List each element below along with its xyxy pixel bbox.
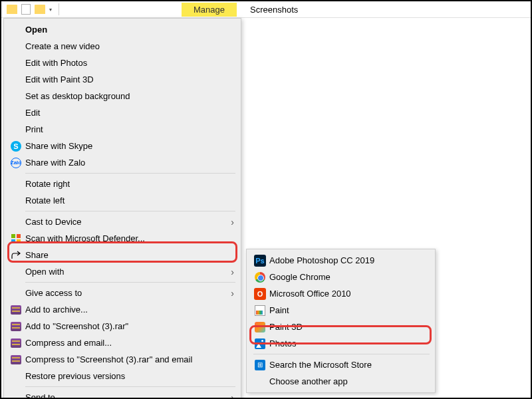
menu-rotate-left[interactable]: Rotate left	[4, 192, 241, 209]
menu-label: Create a new video	[25, 41, 234, 51]
svg-rect-3	[17, 239, 21, 243]
menu-label: Give access to	[25, 288, 231, 298]
menu-label: Photos	[269, 338, 428, 348]
menu-open[interactable]: Open	[4, 21, 241, 38]
menu-label: Open	[25, 25, 234, 35]
menu-label: Send to	[25, 392, 231, 399]
submenu-photoshop[interactable]: Ps Adobe Photoshop CC 2019	[247, 252, 435, 269]
winrar-icon	[9, 337, 23, 349]
menu-share[interactable]: Share	[4, 247, 241, 263]
menu-label: Open with	[25, 267, 231, 277]
winrar-icon	[9, 321, 23, 332]
submenu-photos[interactable]: Photos	[247, 335, 435, 352]
submenu-office[interactable]: O Microsoft Office 2010	[247, 285, 435, 302]
separator	[25, 211, 235, 211]
titlebar: ▾ Manage Screenshots	[1, 1, 531, 18]
menu-label: Restore previous versions	[25, 371, 234, 381]
submenu-search-store[interactable]: Search the Microsoft Store	[247, 356, 435, 373]
submenu-chrome[interactable]: Google Chrome	[247, 269, 435, 285]
menu-label: Search the Microsoft Store	[269, 360, 428, 370]
separator	[25, 386, 235, 387]
content-area: Open Create a new video Edit with Photos…	[1, 18, 531, 398]
document-icon[interactable]	[21, 4, 31, 15]
blank-icon	[9, 57, 23, 69]
chevron-down-icon[interactable]: ▾	[49, 7, 52, 13]
submenu-paint3d[interactable]: Paint 3D	[247, 319, 435, 335]
menu-rotate-right[interactable]: Rotate right	[4, 176, 241, 192]
menu-create-video[interactable]: Create a new video	[4, 38, 241, 55]
menu-add-archive[interactable]: Add to archive...	[4, 301, 241, 318]
menu-send-to[interactable]: Send to ›	[4, 389, 241, 399]
svg-rect-0	[11, 234, 15, 238]
skype-icon: S	[9, 140, 23, 152]
separator	[25, 173, 235, 174]
blank-icon	[9, 90, 23, 102]
menu-label: Share with Skype	[25, 141, 234, 151]
folder-icon[interactable]	[35, 5, 45, 14]
menu-label: Share	[25, 250, 234, 260]
menu-cast[interactable]: Cast to Device ›	[4, 213, 241, 230]
chevron-right-icon: ›	[231, 288, 234, 299]
submenu-choose-another[interactable]: Choose another app	[247, 373, 435, 390]
blank-icon	[9, 392, 23, 400]
zalo-icon: Zalo	[9, 157, 23, 169]
open-with-submenu: Ps Adobe Photoshop CC 2019 Google Chrome…	[246, 249, 436, 393]
separator	[253, 354, 430, 354]
menu-restore[interactable]: Restore previous versions	[4, 368, 241, 384]
blank-icon	[9, 178, 23, 190]
blank-icon	[9, 266, 23, 278]
share-icon	[9, 249, 23, 261]
menu-edit[interactable]: Edit	[4, 104, 241, 121]
menu-share-zalo[interactable]: Zalo Share with Zalo	[4, 154, 241, 171]
quick-access-toolbar: ▾	[1, 3, 62, 15]
menu-label: Edit	[25, 108, 234, 118]
menu-print[interactable]: Print	[4, 121, 241, 138]
ribbon-tab-manage[interactable]: Manage	[182, 3, 237, 17]
blank-icon	[9, 74, 23, 86]
menu-open-with[interactable]: Open with ›	[4, 263, 241, 280]
menu-label: Edit with Paint 3D	[25, 74, 234, 84]
blank-icon	[9, 195, 23, 207]
winrar-icon	[9, 354, 23, 366]
menu-give-access[interactable]: Give access to ›	[4, 285, 241, 301]
chevron-right-icon: ›	[231, 267, 234, 277]
context-menu: Open Create a new video Edit with Photos…	[3, 18, 241, 399]
winrar-icon	[9, 304, 23, 316]
menu-label: Compress to "Screenshot (3).rar" and ema…	[25, 354, 234, 364]
menu-edit-photos[interactable]: Edit with Photos	[4, 55, 241, 71]
defender-icon	[9, 233, 23, 245]
blank-icon	[9, 41, 23, 53]
svg-rect-1	[17, 234, 21, 238]
blank-icon	[9, 124, 23, 136]
blank-icon	[9, 370, 23, 382]
separator	[59, 3, 59, 15]
office-icon: O	[253, 288, 267, 300]
menu-set-background[interactable]: Set as desktop background	[4, 88, 241, 104]
menu-scan-defender[interactable]: Scan with Microsoft Defender...	[4, 230, 241, 247]
menu-compress-rar-email[interactable]: Compress to "Screenshot (3).rar" and ema…	[4, 351, 241, 368]
menu-label: Google Chrome	[269, 272, 428, 282]
svg-rect-2	[11, 239, 15, 243]
menu-label: Adobe Photoshop CC 2019	[269, 255, 428, 265]
menu-label: Microsoft Office 2010	[269, 289, 428, 299]
menu-add-rar[interactable]: Add to "Screenshot (3).rar"	[4, 318, 241, 334]
blank-icon	[9, 24, 23, 36]
chevron-right-icon: ›	[231, 392, 234, 400]
menu-label: Scan with Microsoft Defender...	[25, 233, 234, 243]
store-icon	[253, 359, 267, 371]
menu-label: Cast to Device	[25, 217, 231, 227]
submenu-paint[interactable]: Paint	[247, 302, 435, 319]
menu-label: Compress and email...	[25, 338, 234, 348]
menu-label: Rotate right	[25, 179, 234, 189]
menu-label: Share with Zalo	[25, 158, 234, 168]
menu-label: Add to archive...	[25, 305, 234, 315]
menu-label: Set as desktop background	[25, 91, 234, 101]
menu-compress-email[interactable]: Compress and email...	[4, 334, 241, 351]
paint3d-icon	[253, 321, 267, 333]
menu-edit-paint3d[interactable]: Edit with Paint 3D	[4, 71, 241, 88]
photos-icon	[253, 338, 267, 350]
menu-label: Edit with Photos	[25, 58, 234, 68]
window-title: Screenshots	[250, 5, 298, 15]
menu-share-skype[interactable]: S Share with Skype	[4, 138, 241, 154]
separator	[25, 282, 235, 283]
